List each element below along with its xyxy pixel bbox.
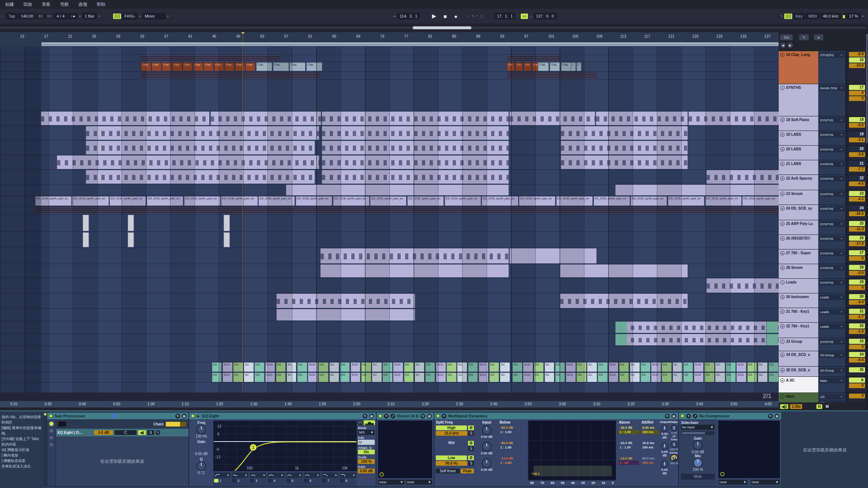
track-name[interactable]: ▾23 Serum xyxy=(779,190,818,204)
param1-select[interactable]: none▼ xyxy=(378,480,404,485)
clip[interactable]: SCD xyxy=(736,373,746,382)
quantize-caret-icon[interactable]: ▾ xyxy=(79,15,82,18)
band-shape-select[interactable]: ▼ xyxy=(214,473,230,478)
mbd-meter-display[interactable]: +36.1 xyxy=(528,421,616,480)
volume-badge[interactable]: 0 xyxy=(849,256,865,261)
low-freq-value[interactable]: 90.0 Hz xyxy=(436,461,467,466)
threshold-value[interactable]: -13.6 dB xyxy=(499,456,526,461)
rack-devices-icon[interactable] xyxy=(49,435,54,440)
track-header-28-serum[interactable]: ▾28 SerumSYNTHS▼28-0.5 xyxy=(779,264,866,279)
soft-knee-button[interactable]: Soft Knee xyxy=(436,469,460,473)
clip[interactable]: SCD xyxy=(308,363,318,372)
loop-length[interactable]: 137. 0. 0 xyxy=(534,13,557,19)
clip[interactable] xyxy=(141,72,320,79)
clip[interactable]: SCD xyxy=(523,363,533,372)
band-shape-select[interactable]: ▼ xyxy=(340,473,356,478)
pencil-icon[interactable]: ✎ xyxy=(799,34,809,40)
track-name[interactable]: ▾34 DS_SCD_s xyxy=(779,351,818,366)
clip[interactable]: Clap xyxy=(224,63,234,71)
follow-icon[interactable]: ➤ xyxy=(393,15,397,18)
clip[interactable]: SC xyxy=(329,373,339,382)
threshold-value[interactable]: 10.0 ms xyxy=(641,441,659,445)
track-number-badge[interactable]: 32 xyxy=(849,323,865,329)
clip[interactable]: DS_SCB_synth_pad_on xyxy=(72,196,108,206)
clip[interactable]: Clap xyxy=(141,63,150,71)
volume-badge[interactable]: -9.4 xyxy=(849,358,865,363)
clip[interactable]: DS xyxy=(512,363,522,372)
capture-midi-icon[interactable]: ◯ xyxy=(479,15,484,18)
track-name[interactable]: ▾24 DS_SCB_sy xyxy=(779,205,818,220)
key-root-select[interactable]: F#/G♭ xyxy=(122,13,138,20)
mbd-knob[interactable] xyxy=(661,443,668,450)
clip[interactable]: DS xyxy=(468,373,478,382)
clip[interactable]: DS xyxy=(212,363,222,372)
volume-badge[interactable]: -4.1 xyxy=(849,197,865,202)
clip[interactable]: DS_SCB_synth_pad_on xyxy=(668,196,704,206)
arrangement-lanes[interactable]: ClapClapClapClapClapClapClapClapClapClap… xyxy=(0,47,779,393)
knob-value[interactable]: 0.00 dB xyxy=(475,468,498,472)
volume-badge[interactable]: -10.6 xyxy=(849,63,865,68)
track-header-26-9933d7d7-[interactable]: ▾26 (9933D7D7-SYNTHS▼26-17.8 xyxy=(779,235,866,249)
clip[interactable]: DS xyxy=(489,363,499,372)
clip[interactable] xyxy=(41,112,210,125)
volume-badge[interactable]: -4.5 xyxy=(849,181,865,186)
global-output-knob[interactable] xyxy=(671,425,677,431)
mbd-knob[interactable] xyxy=(482,442,491,451)
low-solo[interactable]: S xyxy=(468,461,474,466)
clip[interactable]: DS_SCB_synth_pad_on xyxy=(407,196,444,206)
track-lane[interactable] xyxy=(0,111,779,126)
clip[interactable] xyxy=(509,112,595,125)
track-fold-icon[interactable]: ▾ xyxy=(780,353,785,357)
clip[interactable]: Clap xyxy=(256,63,272,71)
clip[interactable]: DS_SCB_synth_pad_on xyxy=(742,196,778,206)
clip[interactable]: DS_SCB_synth_pad_on xyxy=(184,196,220,206)
clip[interactable]: DS xyxy=(576,363,586,372)
quantize-menu[interactable]: 1 Bar xyxy=(82,13,97,19)
track-fold-icon[interactable]: ▾ xyxy=(780,368,785,372)
clip[interactable] xyxy=(57,155,319,169)
track-lane[interactable] xyxy=(0,346,779,362)
clip[interactable] xyxy=(507,72,596,79)
clip[interactable] xyxy=(322,170,509,184)
eq-title-bar[interactable]: ▶ EQ Eight ↻ ▤ xyxy=(189,413,376,419)
clip[interactable]: DS xyxy=(619,373,629,382)
track-number-badge[interactable]: 21 xyxy=(849,161,865,166)
clip[interactable]: DS_SCB_synth_pad_on xyxy=(109,196,146,206)
key-scale-caret-icon[interactable]: ▾ xyxy=(167,15,169,18)
eq-band-1[interactable]: ▼1 xyxy=(213,472,231,487)
clip[interactable]: DS xyxy=(404,363,414,372)
q-value[interactable]: 0.71 xyxy=(189,471,213,475)
clip[interactable]: SC xyxy=(500,373,510,382)
sidechain-slider[interactable] xyxy=(681,431,715,435)
clip[interactable] xyxy=(35,207,779,214)
clip[interactable]: SCD xyxy=(308,373,318,382)
track-name[interactable]: ▾32 760 - Key1 xyxy=(779,323,818,338)
clip[interactable] xyxy=(766,322,778,333)
wrench-icon[interactable] xyxy=(693,414,697,418)
clip[interactable]: DS_SCB_synth_pad_on xyxy=(556,196,592,206)
track-header-34-ds-scd-s[interactable]: ▾34 DS_SCD_s33-Group▼34-9.4 xyxy=(779,351,866,367)
track-name[interactable]: ▾16 Clap_Long xyxy=(779,51,818,84)
global-output-value[interactable]: 0.00 dB xyxy=(669,431,678,438)
clip[interactable]: SCD xyxy=(393,373,403,382)
track-fold-icon[interactable]: ▾ xyxy=(780,251,785,255)
track-lane[interactable] xyxy=(0,321,779,334)
playback-speed[interactable]: 1.00x xyxy=(790,404,802,409)
clip[interactable] xyxy=(322,141,509,154)
clip[interactable]: DS xyxy=(340,373,350,382)
param2-select[interactable]: none▼ xyxy=(751,480,780,485)
clip[interactable] xyxy=(596,112,688,125)
clip[interactable]: Clap xyxy=(561,63,572,71)
track-lane[interactable] xyxy=(0,55,779,62)
mode-select[interactable]: M/S▼ xyxy=(358,430,375,435)
track-number-badge[interactable]: 31 xyxy=(849,309,865,314)
output-gain-value[interactable]: 0.00 dB xyxy=(358,469,375,473)
eq-band-5[interactable]: ▼5 xyxy=(285,472,303,487)
track-name[interactable]: ▾25 ARP Poly Lu xyxy=(779,220,818,234)
clip[interactable]: DS xyxy=(382,363,392,372)
track-name[interactable]: ▾31 760 - Key1 xyxy=(779,308,818,322)
save-preset-icon[interactable]: ▤ xyxy=(369,414,374,418)
clip[interactable]: DS xyxy=(683,363,693,372)
clip[interactable]: DS xyxy=(662,373,671,382)
clip[interactable] xyxy=(615,334,627,345)
